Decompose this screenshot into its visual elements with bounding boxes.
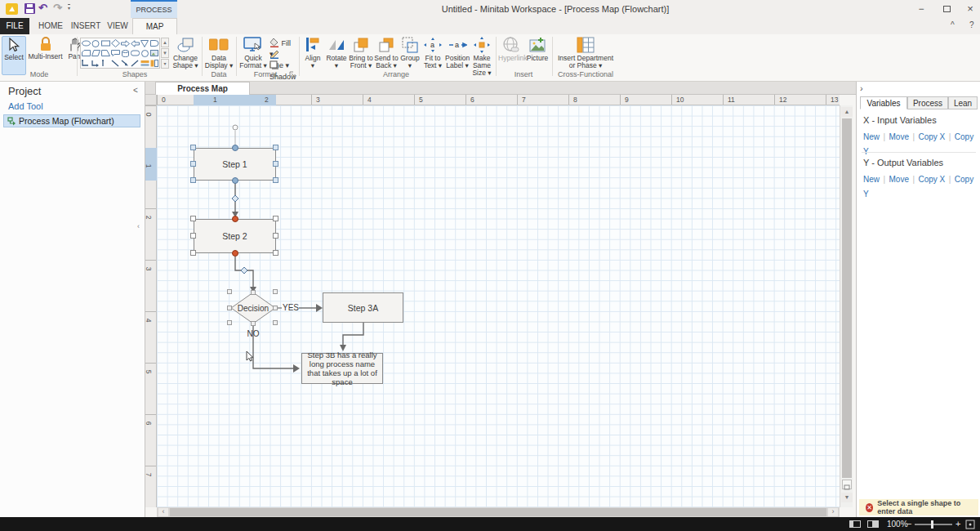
x-copy-x-link[interactable]: Copy X <box>919 132 946 141</box>
gallery-scroll-up[interactable]: ▲ <box>161 38 169 47</box>
shape-rectangle[interactable] <box>100 38 110 48</box>
connection-point[interactable] <box>251 290 256 295</box>
node-step3b[interactable]: Step 3B has a really long process name t… <box>301 353 383 384</box>
tab-home[interactable]: HOME <box>34 18 67 34</box>
selection-handle[interactable] <box>273 145 278 150</box>
fit-to-text-button[interactable]: a Fit to Text ▾ <box>421 36 444 75</box>
bring-to-front-button[interactable]: Bring to Front ▾ <box>349 36 373 75</box>
project-panel-collapse-icon[interactable]: < <box>133 86 138 95</box>
x-move-link[interactable]: Move <box>889 132 909 141</box>
connector-elbow-arrow[interactable] <box>91 58 100 68</box>
y-move-link[interactable]: Move <box>889 175 909 184</box>
connection-point[interactable] <box>232 145 238 151</box>
selection-handle[interactable] <box>190 233 196 239</box>
scroll-up-icon[interactable]: ▲ <box>841 107 853 117</box>
qat-customize-icon[interactable]: ▾ <box>68 4 70 11</box>
tab-insert[interactable]: INSERT <box>69 18 103 34</box>
view-normal-icon[interactable] <box>849 520 861 528</box>
vertical-scrollbar[interactable]: ▲ ▼ <box>840 105 853 507</box>
format-dialog-launcher-icon[interactable] <box>289 71 296 78</box>
zoom-slider-track[interactable] <box>915 524 952 525</box>
y-new-link[interactable]: New <box>863 175 880 184</box>
change-shape-button[interactable]: Change Shape ▾ <box>171 36 200 75</box>
select-page-button[interactable] <box>842 480 852 489</box>
redo-icon[interactable]: ↷ <box>53 2 62 14</box>
selection-handle[interactable] <box>227 320 232 325</box>
group-button[interactable]: Group ▾ <box>399 36 421 75</box>
panel-splitter-icon[interactable]: ‹ <box>137 222 140 230</box>
multi-insert-button[interactable]: Multi-Insert <box>27 36 64 75</box>
document-tab[interactable]: Process Map (Flowchart) × <box>155 82 250 95</box>
save-icon[interactable] <box>24 3 35 14</box>
shape-trapezoid[interactable] <box>100 48 110 58</box>
fill-button[interactable]: Fill ▾ <box>270 38 294 48</box>
selection-handle[interactable] <box>273 177 278 183</box>
hyperlink-button[interactable]: Hyperlink <box>498 36 524 75</box>
shape-delay[interactable] <box>149 38 159 48</box>
flowchart-canvas[interactable]: Step 1 Step 2 Decision Step 3A Step 3B h… <box>157 105 840 507</box>
shape-cylinder[interactable] <box>120 48 130 58</box>
tab-lean[interactable]: Lean <box>948 96 978 109</box>
shape-circle[interactable] <box>140 48 149 58</box>
tab-process[interactable]: Process <box>907 96 948 109</box>
zoom-slider-thumb[interactable] <box>931 520 933 529</box>
app-icon[interactable] <box>6 2 19 16</box>
selection-handle[interactable] <box>190 216 196 221</box>
quick-format-button[interactable]: Quick Format ▾ <box>238 36 268 75</box>
shape-arrow-right[interactable] <box>120 38 130 48</box>
collapse-ribbon-icon[interactable]: ^ <box>951 20 955 29</box>
insert-department-button[interactable]: Insert Department or Phase ▾ <box>555 36 616 75</box>
connector-diagonal-2[interactable] <box>130 58 140 68</box>
connector-diagonal-arrow[interactable] <box>120 58 130 68</box>
department-icon[interactable] <box>140 58 149 68</box>
select-button[interactable]: Select <box>2 36 26 75</box>
shape-arrow-left[interactable] <box>130 38 140 48</box>
shape-oval[interactable] <box>91 38 100 48</box>
selection-handle[interactable] <box>273 289 278 294</box>
scroll-right-icon[interactable]: › <box>828 508 838 516</box>
selection-handle[interactable] <box>273 233 278 239</box>
selection-handle[interactable] <box>273 250 278 256</box>
undo-icon[interactable]: ↶ <box>38 2 47 14</box>
x-new-link[interactable]: New <box>863 132 880 141</box>
position-label-button[interactable]: a Position Label ▾ <box>445 36 470 75</box>
selection-handle[interactable] <box>190 145 196 150</box>
phase-icon[interactable] <box>149 58 159 68</box>
scroll-left-icon[interactable]: ‹ <box>158 508 168 516</box>
node-decision[interactable]: Decision <box>231 292 275 324</box>
make-same-size-button[interactable]: Make Same Size ▾ <box>470 36 493 75</box>
vertical-scroll-thumb[interactable] <box>842 118 852 478</box>
shape-gallery[interactable] <box>80 38 160 69</box>
connected-endpoint[interactable] <box>232 250 238 257</box>
shape-ellipse[interactable] <box>81 38 91 48</box>
selection-handle[interactable] <box>273 320 278 325</box>
rotate-button[interactable]: Rotate ▾ <box>325 36 348 75</box>
zoom-out-button[interactable]: − <box>906 519 911 529</box>
node-step2[interactable]: Step 2 <box>194 219 276 253</box>
fit-to-window-icon[interactable] <box>965 520 975 529</box>
connection-point[interactable] <box>251 321 256 326</box>
shape-rounded-rectangle[interactable] <box>130 48 140 58</box>
tab-map[interactable]: MAP <box>132 18 177 34</box>
shape-callout[interactable] <box>110 48 120 58</box>
align-button[interactable]: Align ▾ <box>301 36 324 75</box>
connected-endpoint[interactable] <box>232 216 238 222</box>
tab-variables[interactable]: Variables <box>860 96 907 109</box>
connector-elbow[interactable] <box>81 58 91 68</box>
line-button[interactable]: Line ▾ <box>270 49 294 60</box>
project-item-process-map[interactable]: Process Map (Flowchart) <box>3 114 140 127</box>
shape-diamond[interactable] <box>110 38 120 48</box>
picture-button[interactable]: Picture <box>526 36 549 75</box>
shape-triangle-down[interactable] <box>140 38 149 48</box>
zoom-in-button[interactable]: + <box>956 519 960 529</box>
minimize-button[interactable]: − <box>910 0 933 18</box>
shape-card[interactable] <box>81 48 91 58</box>
node-step3a[interactable]: Step 3A <box>323 292 403 323</box>
selection-handle[interactable] <box>190 177 196 183</box>
selection-handle[interactable] <box>273 306 278 310</box>
scroll-down-icon[interactable]: ▼ <box>841 493 853 502</box>
panel-expand-icon[interactable]: › <box>860 83 863 93</box>
selection-handle[interactable] <box>190 250 196 256</box>
horizontal-scrollbar[interactable]: ‹ › <box>157 507 840 517</box>
connector-straight[interactable] <box>100 58 110 68</box>
